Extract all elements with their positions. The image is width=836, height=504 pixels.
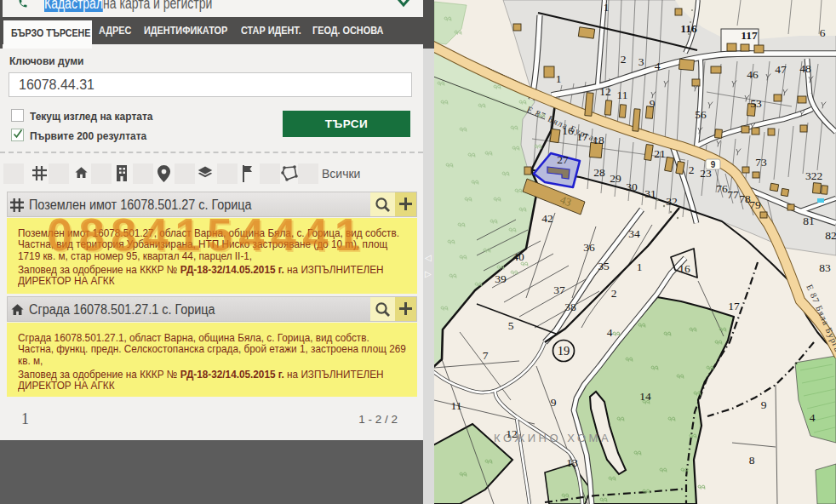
svg-text:77: 77 <box>727 188 739 201</box>
svg-text:34: 34 <box>628 227 640 240</box>
svg-text:2: 2 <box>689 163 695 176</box>
svg-text:73: 73 <box>755 156 767 169</box>
svg-text:4: 4 <box>655 60 661 72</box>
svg-text:35: 35 <box>598 260 610 272</box>
svg-text:322: 322 <box>805 169 822 182</box>
svg-text:79: 79 <box>749 198 761 211</box>
svg-text:76: 76 <box>716 182 728 195</box>
svg-text:1: 1 <box>637 261 643 273</box>
svg-text:28: 28 <box>593 166 605 179</box>
svg-text:32: 32 <box>666 195 678 208</box>
svg-text:13: 13 <box>566 456 578 469</box>
svg-text:6: 6 <box>820 26 826 39</box>
svg-text:19: 19 <box>558 344 570 358</box>
svg-text:14: 14 <box>639 390 651 403</box>
svg-text:12: 12 <box>599 85 611 98</box>
svg-text:16: 16 <box>562 124 574 137</box>
svg-text:2: 2 <box>621 53 627 66</box>
svg-text:4: 4 <box>607 326 613 339</box>
svg-text:1: 1 <box>604 1 610 14</box>
svg-text:117: 117 <box>741 29 758 42</box>
svg-text:81: 81 <box>803 215 815 227</box>
svg-text:16: 16 <box>679 262 690 275</box>
svg-text:38: 38 <box>564 301 576 313</box>
svg-text:29: 29 <box>610 172 621 185</box>
svg-text:31: 31 <box>644 187 656 200</box>
svg-text:116: 116 <box>680 22 697 35</box>
svg-text:37: 37 <box>553 284 565 296</box>
svg-text:46: 46 <box>747 68 759 81</box>
svg-text:30: 30 <box>626 180 638 193</box>
svg-text:23: 23 <box>700 167 712 180</box>
svg-text:7: 7 <box>483 349 489 362</box>
svg-text:11: 11 <box>617 89 628 101</box>
svg-text:17: 17 <box>576 130 588 143</box>
svg-text:2: 2 <box>611 287 617 300</box>
svg-text:83: 83 <box>819 261 831 274</box>
svg-text:1: 1 <box>556 72 562 85</box>
svg-text:3: 3 <box>638 55 644 68</box>
svg-text:8: 8 <box>749 454 755 467</box>
svg-text:56: 56 <box>695 108 707 121</box>
svg-text:27: 27 <box>557 153 569 166</box>
svg-text:48: 48 <box>799 62 811 75</box>
svg-text:9: 9 <box>761 398 767 411</box>
svg-text:82: 82 <box>825 229 836 242</box>
svg-text:17: 17 <box>728 300 740 312</box>
svg-text:40: 40 <box>512 250 524 263</box>
svg-text:47: 47 <box>775 63 787 76</box>
svg-text:39: 39 <box>495 272 507 285</box>
svg-text:12: 12 <box>506 427 518 440</box>
svg-text:9: 9 <box>650 97 656 110</box>
svg-text:53: 53 <box>750 97 762 110</box>
svg-text:18: 18 <box>593 134 604 146</box>
svg-text:11: 11 <box>451 399 462 412</box>
svg-text:9: 9 <box>551 396 557 409</box>
svg-text:36: 36 <box>583 241 595 254</box>
svg-text:21: 21 <box>654 147 666 160</box>
svg-text:42: 42 <box>541 212 553 225</box>
svg-text:5: 5 <box>508 319 514 332</box>
svg-text:4: 4 <box>810 411 816 424</box>
